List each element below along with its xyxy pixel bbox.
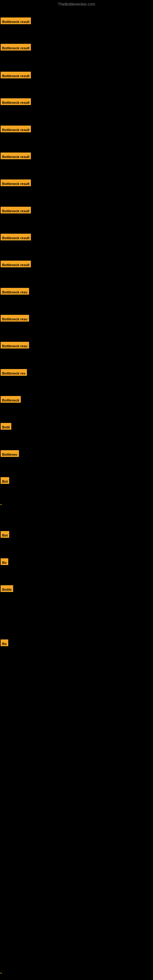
site-title: TheBottlenecker.com [0,2,153,6]
bottleneck-badge-7: Bottleneck result [1,207,31,213]
bottleneck-badge-3: Bottleneck result [1,98,31,105]
bottleneck-badge-1: Bottleneck result [1,44,31,51]
bottleneck-badge-20: Bo [1,558,8,565]
bottleneck-badge-0: Bottleneck result [1,18,31,24]
bottleneck-badge-22: Bo [1,640,8,646]
bottleneck-badge-12: Bottleneck resu [1,342,29,348]
vertical-bar-23 [1,973,2,974]
bottleneck-badge-9: Bottleneck result [1,261,31,267]
bottleneck-badge-16: Bottlenec [1,450,19,457]
vertical-bar-18 [1,504,2,505]
bottleneck-badge-21: Bottle [1,585,13,592]
bottleneck-badge-13: Bottleneck res [1,369,27,376]
bottleneck-badge-11: Bottleneck resu [1,315,29,321]
bottleneck-badge-10: Bottleneck resu [1,288,29,294]
bottleneck-badge-6: Bottleneck result [1,180,31,186]
bottleneck-badge-14: Bottleneck [1,396,21,403]
bottleneck-badge-19: Bot [1,531,9,538]
bottleneck-badge-17: Bot [1,477,9,484]
bottleneck-badge-2: Bottleneck result [1,72,31,78]
bottleneck-badge-8: Bottleneck result [1,234,31,240]
bottleneck-badge-15: Bottl [1,423,11,430]
bottleneck-badge-4: Bottleneck result [1,126,31,132]
bottleneck-badge-5: Bottleneck result [1,153,31,159]
